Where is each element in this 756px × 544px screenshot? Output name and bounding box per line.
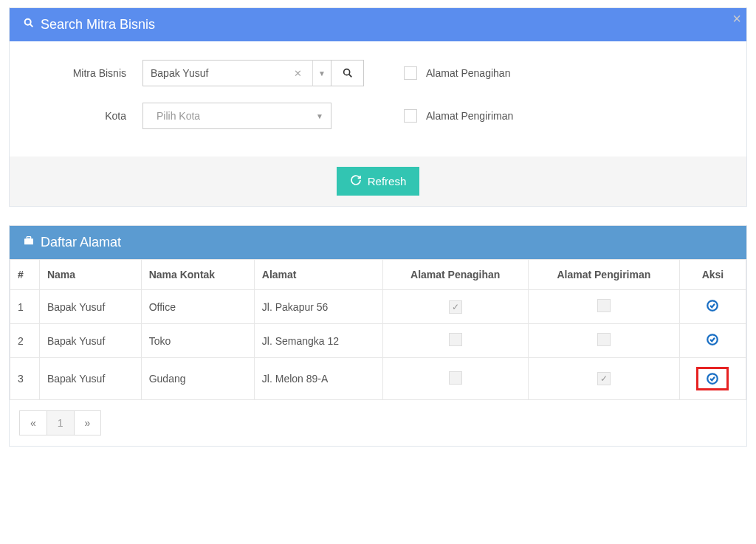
- svg-point-2: [343, 69, 349, 75]
- svg-rect-4: [24, 238, 33, 244]
- close-icon[interactable]: ×: [732, 10, 741, 27]
- search-panel-header: Search Mitra Bisnis: [10, 8, 746, 41]
- table-row: 1Bapak YusufOfficeJl. Pakapur 56: [10, 290, 746, 324]
- list-panel: Daftar Alamat # Nama Nama Kontak Alamat …: [9, 225, 747, 447]
- kota-select[interactable]: Pilih Kota ▼: [142, 103, 331, 129]
- kota-placeholder: Pilih Kota: [151, 110, 200, 122]
- cell-kontak: Office: [141, 290, 254, 324]
- pengiriman-checkbox[interactable]: Alamat Pengiriman: [404, 109, 513, 123]
- th-pengiriman: Alamat Pengiriman: [528, 260, 679, 290]
- checkbox-icon: [449, 371, 462, 385]
- briefcase-icon: [23, 235, 35, 250]
- cell-kontak: Toko: [141, 324, 254, 358]
- cell-num: 1: [10, 290, 40, 324]
- cell-kontak: Gudang: [141, 358, 254, 400]
- cell-num: 2: [10, 324, 40, 358]
- cell-alamat: Jl. Pakapur 56: [254, 290, 382, 324]
- cell-alamat: Jl. Semangka 12: [254, 324, 382, 358]
- svg-line-3: [348, 75, 351, 78]
- mitra-select[interactable]: Bapak Yusuf ✕ ▼: [142, 60, 364, 86]
- cell-penagihan: [382, 324, 528, 358]
- th-alamat: Alamat: [254, 260, 382, 290]
- th-nama: Nama: [39, 260, 141, 290]
- cell-nama: Bapak Yusuf: [39, 324, 141, 358]
- search-icon: [23, 17, 35, 32]
- checkbox-icon: [449, 333, 462, 346]
- search-panel-title: Search Mitra Bisnis: [41, 17, 155, 32]
- pager-prev[interactable]: «: [19, 410, 47, 435]
- search-footer: Refresh: [10, 156, 746, 206]
- pager-page-1[interactable]: 1: [47, 410, 75, 435]
- cell-pengiriman: [528, 290, 679, 324]
- mitra-value: Bapak Yusuf: [151, 67, 294, 79]
- refresh-icon: [350, 174, 362, 188]
- cell-aksi: [679, 324, 746, 358]
- penagihan-checkbox[interactable]: Alamat Penagihan: [404, 66, 510, 80]
- penagihan-label: Alamat Penagihan: [426, 67, 510, 79]
- chevron-down-icon[interactable]: ▼: [312, 60, 331, 86]
- clear-icon[interactable]: ✕: [294, 68, 302, 79]
- kota-label: Kota: [21, 110, 142, 122]
- th-aksi: Aksi: [679, 260, 746, 290]
- mitra-search-button[interactable]: [331, 60, 364, 86]
- table-row: 3Bapak YusufGudangJl. Melon 89-A: [10, 358, 746, 400]
- checkbox-icon: [404, 109, 417, 123]
- pager-next[interactable]: »: [74, 410, 102, 435]
- alamat-table: # Nama Nama Kontak Alamat Alamat Penagih…: [10, 259, 746, 400]
- search-panel: Search Mitra Bisnis Mitra Bisnis Bapak Y…: [9, 7, 747, 207]
- list-panel-title: Daftar Alamat: [41, 235, 121, 250]
- chevron-down-icon: ▼: [316, 112, 323, 120]
- pager: « 1 »: [10, 400, 746, 446]
- cell-alamat: Jl. Melon 89-A: [254, 358, 382, 400]
- cell-aksi: [679, 358, 746, 400]
- cell-pengiriman: [528, 358, 679, 400]
- cell-penagihan: [382, 358, 528, 400]
- cell-penagihan: [382, 290, 528, 324]
- checkbox-icon: [597, 372, 611, 385]
- mitra-label: Mitra Bisnis: [21, 67, 142, 79]
- select-action-highlight[interactable]: [696, 367, 729, 390]
- th-penagihan: Alamat Penagihan: [382, 260, 528, 290]
- th-num: #: [10, 260, 40, 290]
- checkbox-icon: [597, 333, 611, 346]
- cell-aksi: [679, 290, 746, 324]
- select-action-icon[interactable]: [706, 372, 719, 385]
- cell-nama: Bapak Yusuf: [39, 290, 141, 324]
- checkbox-icon: [449, 300, 462, 314]
- cell-num: 3: [10, 358, 40, 400]
- select-action-icon[interactable]: [706, 299, 719, 312]
- select-action-icon[interactable]: [706, 333, 719, 346]
- th-kontak: Nama Kontak: [141, 260, 254, 290]
- table-row: 2Bapak YusufTokoJl. Semangka 12: [10, 324, 746, 358]
- cell-pengiriman: [528, 324, 679, 358]
- checkbox-icon: [404, 66, 417, 80]
- checkbox-icon: [597, 299, 611, 312]
- svg-line-1: [30, 24, 33, 27]
- refresh-label: Refresh: [368, 175, 407, 187]
- svg-point-0: [25, 19, 31, 25]
- cell-nama: Bapak Yusuf: [39, 358, 141, 400]
- pengiriman-label: Alamat Pengiriman: [426, 110, 513, 122]
- list-panel-header: Daftar Alamat: [10, 226, 746, 259]
- svg-rect-5: [27, 237, 30, 239]
- refresh-button[interactable]: Refresh: [337, 167, 420, 196]
